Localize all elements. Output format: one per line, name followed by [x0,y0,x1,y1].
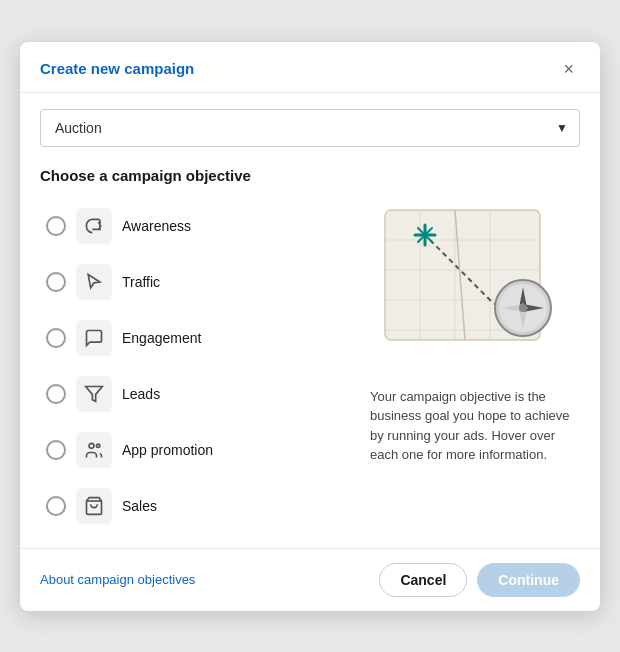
modal-footer: About campaign objectives Cancel Continu… [20,548,600,611]
people-icon [84,440,104,460]
bag-icon [84,496,104,516]
campaign-type-dropdown-wrapper: Auction Fixed bid ▼ [40,109,580,147]
objective-app-promotion[interactable]: App promotion [40,424,354,476]
content-area: Awareness Traffic [40,200,580,532]
engagement-icon-box [76,320,112,356]
continue-button[interactable]: Continue [477,563,580,597]
radio-engagement[interactable] [46,328,66,348]
objective-engagement[interactable]: Engagement [40,312,354,364]
radio-sales[interactable] [46,496,66,516]
create-campaign-modal: Create new campaign × Auction Fixed bid … [20,42,600,611]
cancel-button[interactable]: Cancel [379,563,467,597]
objective-traffic[interactable]: Traffic [40,256,354,308]
radio-awareness[interactable] [46,216,66,236]
radio-traffic[interactable] [46,272,66,292]
filter-icon [84,384,104,404]
section-title: Choose a campaign objective [40,167,580,184]
campaign-type-row: Auction Fixed bid ▼ [40,109,580,147]
megaphone-icon [84,216,104,236]
leads-label: Leads [122,386,160,402]
app-promotion-label: App promotion [122,442,213,458]
app-promotion-icon-box [76,432,112,468]
campaign-type-select[interactable]: Auction Fixed bid [40,109,580,147]
modal-body: Auction Fixed bid ▼ Choose a campaign ob… [20,93,600,548]
engagement-label: Engagement [122,330,201,346]
radio-leads[interactable] [46,384,66,404]
objective-leads[interactable]: Leads [40,368,354,420]
info-panel: Your campaign objective is the business … [370,200,580,532]
svg-point-4 [89,443,94,448]
objectives-list: Awareness Traffic [40,200,354,532]
objective-sales[interactable]: Sales [40,480,354,532]
modal-title: Create new campaign [40,60,194,77]
objective-awareness[interactable]: Awareness [40,200,354,252]
leads-icon-box [76,376,112,412]
modal-header: Create new campaign × [20,42,600,93]
map-illustration [375,200,575,375]
awareness-icon-box [76,208,112,244]
info-description: Your campaign objective is the business … [370,387,580,465]
chat-icon [84,328,104,348]
radio-app-promotion[interactable] [46,440,66,460]
footer-buttons: Cancel Continue [379,563,580,597]
awareness-label: Awareness [122,218,191,234]
svg-point-5 [97,444,100,447]
about-link[interactable]: About campaign objectives [40,572,195,587]
traffic-icon-box [76,264,112,300]
traffic-label: Traffic [122,274,160,290]
sales-label: Sales [122,498,157,514]
svg-marker-3 [86,386,103,401]
svg-point-25 [519,304,527,312]
sales-icon-box [76,488,112,524]
cursor-icon [84,272,104,292]
close-button[interactable]: × [557,58,580,80]
